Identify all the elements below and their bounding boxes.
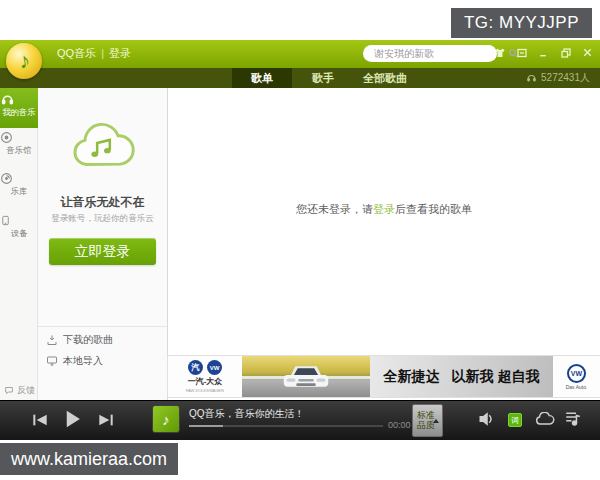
cloud-music-icon xyxy=(68,118,138,172)
sidebar-item-label: 我的音乐 xyxy=(2,107,37,119)
feedback-link[interactable]: 反馈 xyxy=(4,384,35,397)
caret-up-icon xyxy=(433,419,439,423)
album-art[interactable]: ♪ xyxy=(152,405,180,433)
message-prefix: 您还未登录，请 xyxy=(296,203,373,215)
login-now-button[interactable]: 立即登录 xyxy=(49,238,156,265)
panel-slogan: 让音乐无处不在 xyxy=(38,194,167,211)
search-box[interactable] xyxy=(363,45,497,62)
title-separator: | xyxy=(101,47,104,59)
window-controls xyxy=(493,46,594,59)
not-logged-in-message: 您还未登录，请登录后查看我的歌单 xyxy=(168,202,600,217)
ad-brand-subtitle: FAW-VOLKSWAGEN xyxy=(186,388,224,393)
next-track-button[interactable] xyxy=(98,413,114,427)
sidebar-item-music-library[interactable]: 乐库 xyxy=(0,172,38,198)
download-icon xyxy=(46,334,58,346)
player-bar: ♪ QQ音乐，音乐你的生活！ 00:00 标准 品质 词 xyxy=(0,400,600,440)
panel-hint: 登录账号，玩起你的音乐云 xyxy=(41,212,164,224)
ad-vw-block: VW Das Auto. xyxy=(553,356,600,397)
downloaded-songs-item[interactable]: 下载的歌曲 xyxy=(46,333,113,347)
headset-icon xyxy=(526,73,537,83)
progress-fill xyxy=(189,425,223,427)
playlist-button[interactable] xyxy=(564,410,582,427)
titlebar-login-link[interactable]: 登录 xyxy=(109,47,131,59)
site-watermark: www.kamieraa.com xyxy=(0,443,178,475)
minimize-icon[interactable] xyxy=(537,46,550,59)
ad-brand-name: 一汽-大众 xyxy=(188,376,223,387)
online-listeners: 5272431人 xyxy=(526,68,590,88)
ad-slogan-main: 全新捷达 xyxy=(384,368,440,386)
sidebar-item-label: 音乐馆 xyxy=(2,145,37,157)
ad-slogan-sub: 以新我 超自我 xyxy=(452,368,540,386)
app-name: QQ音乐 xyxy=(57,47,96,59)
telegram-watermark: TG: MYYJJPP xyxy=(451,8,592,38)
lyrics-toggle[interactable]: 词 xyxy=(508,413,522,427)
panel-divider xyxy=(38,326,167,327)
car-icon xyxy=(277,362,335,392)
vw-roundel-icon: VW xyxy=(567,364,586,383)
nav-rail: 我的音乐 音乐馆 乐库 设备 xyxy=(0,88,38,400)
music-note-icon: ♪ xyxy=(17,47,32,74)
my-music-panel: 让音乐无处不在 登录账号，玩起你的音乐云 立即登录 下载的歌曲 本地导入 xyxy=(38,88,168,400)
downloaded-songs-label: 下载的歌曲 xyxy=(63,333,113,347)
sidebar-item-label: 乐库 xyxy=(2,186,37,198)
tab-songlist[interactable]: 歌单 xyxy=(232,68,292,88)
play-button[interactable] xyxy=(64,410,81,428)
vw-logo-icon: VW xyxy=(207,360,222,375)
now-playing-title: QQ音乐，音乐你的生活！ xyxy=(189,407,305,421)
quality-selector-button[interactable]: 标准 品质 xyxy=(412,404,443,437)
feedback-label: 反馈 xyxy=(17,384,35,397)
monitor-icon xyxy=(46,355,58,367)
search-input[interactable] xyxy=(372,47,508,60)
sidebar-item-my-music[interactable]: 我的音乐 xyxy=(0,88,38,128)
tab-singer[interactable]: 歌手 xyxy=(299,68,347,88)
sidebar-item-label: 设备 xyxy=(2,228,37,240)
speech-bubble-icon xyxy=(4,386,14,395)
cloud-sync-button[interactable] xyxy=(535,412,555,426)
local-import-label: 本地导入 xyxy=(63,354,103,368)
main-content: 您还未登录，请登录后查看我的歌单 xyxy=(168,88,600,356)
vw-caption: Das Auto. xyxy=(566,384,588,390)
ad-banner[interactable]: 汽 VW 一汽-大众 FAW-VOLKSWAGEN 全新捷达 以新我 超自我 V… xyxy=(168,356,600,397)
window-title: QQ音乐|登录 xyxy=(57,46,131,61)
sidebar-item-devices[interactable]: 设备 xyxy=(0,214,38,240)
ad-brand-block: 汽 VW 一汽-大众 FAW-VOLKSWAGEN xyxy=(168,356,242,397)
time-display: 00:00 xyxy=(388,420,411,430)
message-suffix: 后查看我的歌单 xyxy=(395,203,472,215)
restore-icon[interactable] xyxy=(559,46,572,59)
ad-slogan: 全新捷达 以新我 超自我 xyxy=(370,356,553,397)
disc-icon xyxy=(0,172,38,185)
qq-music-logo: ♪ xyxy=(6,43,42,79)
previous-track-button[interactable] xyxy=(32,413,48,427)
volume-button[interactable] xyxy=(478,411,496,427)
close-icon[interactable] xyxy=(581,46,594,59)
music-note-icon: ♪ xyxy=(162,411,170,428)
device-icon xyxy=(0,214,38,227)
main-menu-icon[interactable] xyxy=(515,46,528,59)
local-import-item[interactable]: 本地导入 xyxy=(46,354,103,368)
progress-bar[interactable] xyxy=(189,425,383,427)
listeners-count: 5272431人 xyxy=(541,71,590,85)
login-link[interactable]: 登录 xyxy=(373,203,395,215)
skin-icon[interactable] xyxy=(493,46,506,59)
headphones-icon xyxy=(0,93,38,106)
lyrics-icon: 词 xyxy=(511,415,519,426)
tab-all-songs[interactable]: 全部歌曲 xyxy=(352,68,418,88)
ad-car-photo xyxy=(242,356,370,397)
tab-bar: 歌单 歌手 全部歌曲 5272431人 xyxy=(0,68,600,88)
faw-logo-icon: 汽 xyxy=(188,360,203,375)
music-hall-icon xyxy=(0,131,38,144)
sidebar-item-music-hall[interactable]: 音乐馆 xyxy=(0,131,38,157)
